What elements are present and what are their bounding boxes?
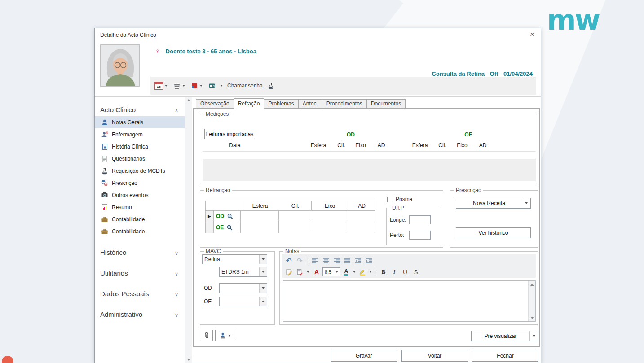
sidebar-item-historia-clinica[interactable]: História Clínica: [95, 140, 185, 153]
mavc-oe-combobox[interactable]: [219, 297, 267, 306]
align-justify-icon[interactable]: [343, 256, 353, 266]
tab-problemas[interactable]: Problemas: [264, 99, 298, 108]
mavc-group: MAVC Retina ETDRS 1m OD: [200, 251, 275, 325]
sidebar-item-requisicao-mcdts[interactable]: Requisição de MCDTs: [95, 165, 185, 177]
main-content: Observação Refração Problemas Antec. Pro…: [192, 97, 541, 363]
tab-antec[interactable]: Antec.: [298, 99, 322, 108]
sidebar-item-notas-gerais[interactable]: Notas Gerais: [95, 116, 185, 128]
voltar-button[interactable]: Voltar: [401, 350, 468, 362]
oe-esfera-cell[interactable]: [241, 222, 279, 233]
sidebar-section-administrativo[interactable]: Administrativo ∨: [95, 309, 185, 321]
sidebar-item-prescricao[interactable]: Prescrição: [95, 177, 185, 189]
bold-button[interactable]: B: [379, 267, 388, 277]
oe-eixo-cell[interactable]: [311, 222, 348, 233]
sidebar-item-resumo[interactable]: Resumo: [95, 201, 185, 213]
stamp-button[interactable]: [215, 330, 234, 341]
chevron-down-icon[interactable]: [259, 255, 267, 264]
od-cil-cell[interactable]: [279, 211, 311, 222]
nova-receita-button[interactable]: Nova Receita: [456, 198, 531, 209]
tab-observacao[interactable]: Observação: [196, 99, 234, 108]
medicoes-col-cil-oe: Cil.: [438, 142, 446, 149]
font-color-button[interactable]: A: [312, 267, 322, 277]
magnifier-icon[interactable]: [226, 224, 233, 231]
chevron-down-icon[interactable]: [334, 271, 340, 273]
chevron-down-icon[interactable]: [522, 198, 530, 208]
align-center-icon[interactable]: [321, 256, 331, 266]
undo-button[interactable]: ↶: [284, 256, 294, 266]
sidebar-item-outros-eventos[interactable]: Outros eventos: [95, 189, 185, 201]
print-button[interactable]: [172, 81, 186, 90]
indent-icon[interactable]: [364, 256, 374, 266]
chamar-senha-button[interactable]: Chamar senha: [226, 82, 264, 90]
sidebar-scrollbar[interactable]: [185, 97, 192, 363]
gravar-button[interactable]: Gravar: [331, 350, 397, 362]
refraccao-col-ad: AD: [348, 201, 375, 211]
od-ad-cell[interactable]: [348, 211, 375, 222]
notas-scrollbar[interactable]: [528, 281, 535, 321]
attachment-button[interactable]: [200, 330, 213, 341]
magnifier-icon[interactable]: [227, 213, 234, 220]
flask-icon[interactable]: [267, 82, 274, 89]
od-esfera-cell[interactable]: [241, 211, 279, 222]
sidebar-section-acto-clinico[interactable]: Acto Clinico ∧: [95, 105, 185, 116]
underline-color-button[interactable]: A: [341, 267, 351, 277]
mavc-scale-combobox[interactable]: ETDRS 1m: [219, 267, 267, 277]
oe-cil-cell[interactable]: [279, 222, 311, 233]
sidebar-item-questionarios[interactable]: Questionários: [95, 153, 185, 165]
sidebar-section-historico[interactable]: Histórico ∨: [95, 247, 185, 259]
sidebar-item-contabilidade-1[interactable]: Contabilidade: [95, 213, 185, 225]
highlight-color-button[interactable]: [357, 267, 367, 277]
ver-historico-button[interactable]: Ver histórico: [456, 227, 531, 238]
align-right-icon[interactable]: [332, 256, 342, 266]
sidebar-section-utilitarios[interactable]: Utilitários ∨: [95, 268, 185, 280]
underline-button[interactable]: U: [400, 267, 410, 277]
notas-textarea[interactable]: [283, 280, 536, 322]
refraccao-corner-cell: [206, 201, 241, 211]
italic-button[interactable]: I: [389, 267, 399, 277]
chevron-down-icon[interactable]: [259, 267, 267, 276]
longe-input[interactable]: [409, 215, 431, 224]
chevron-down-icon[interactable]: [368, 267, 373, 277]
chevron-down-icon[interactable]: [352, 267, 357, 277]
mavc-od-combobox[interactable]: [219, 283, 267, 293]
prisma-checkbox-row[interactable]: Prisma: [387, 196, 412, 202]
medicoes-col-cil-od: Cil.: [337, 142, 345, 149]
fechar-button[interactable]: Fechar: [472, 350, 538, 362]
agenda-button[interactable]: 15: [153, 81, 169, 91]
tab-procedimentos[interactable]: Procedimentos: [322, 99, 367, 108]
mavc-exam-combobox[interactable]: Retina: [202, 254, 267, 264]
red-tag-button[interactable]: [190, 81, 204, 90]
perto-input[interactable]: [409, 231, 431, 240]
chevron-down-icon: ∨: [175, 250, 178, 256]
scroll-down-arrow[interactable]: [185, 356, 192, 363]
chevron-down-icon[interactable]: [259, 297, 267, 306]
chevron-down-icon: [228, 335, 231, 337]
sidebar-item-contabilidade-2[interactable]: Contabilidade: [95, 225, 185, 237]
chevron-down-icon[interactable]: [220, 85, 223, 87]
chevron-down-icon[interactable]: [305, 267, 311, 277]
leituras-importadas-button[interactable]: Leituras importadas: [204, 129, 255, 139]
chevron-down-icon[interactable]: [529, 331, 538, 341]
sidebar-section-dados-pessoais[interactable]: Dados Pessoais ∨: [95, 289, 185, 300]
close-icon[interactable]: ×: [530, 30, 534, 39]
prisma-checkbox[interactable]: [387, 197, 393, 202]
scroll-up-arrow[interactable]: [185, 97, 192, 104]
oe-ad-cell[interactable]: [348, 222, 375, 233]
scroll-down-arrow[interactable]: [529, 314, 535, 321]
font-size-combobox[interactable]: 8,5: [322, 267, 340, 276]
pre-visualizar-button[interactable]: Pré visualizar: [471, 331, 538, 341]
strikethrough-button[interactable]: S: [411, 267, 421, 277]
od-eixo-cell[interactable]: [311, 211, 348, 222]
stamp-person-icon: [219, 332, 226, 339]
edit-note-icon[interactable]: [284, 267, 294, 277]
redo-button[interactable]: ↷: [295, 256, 304, 266]
tab-documentos[interactable]: Documentos: [366, 99, 406, 108]
outdent-icon[interactable]: [353, 256, 363, 266]
spellcheck-icon[interactable]: [295, 267, 304, 277]
align-left-icon[interactable]: [310, 256, 320, 266]
tab-refracao[interactable]: Refração: [234, 98, 265, 109]
scroll-up-arrow[interactable]: [529, 281, 535, 288]
chevron-down-icon[interactable]: [259, 284, 267, 293]
sidebar-item-enfermagem[interactable]: Enfermagem: [95, 128, 185, 140]
video-button[interactable]: [207, 81, 217, 90]
